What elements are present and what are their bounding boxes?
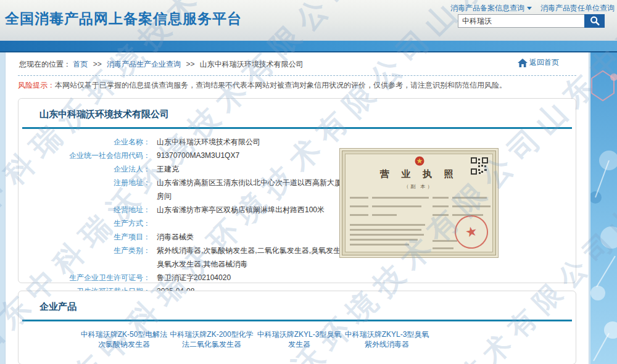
field-value: 王建克 <box>157 162 179 176</box>
field-value: 山东省潍坊高新区玉清东街以北中心次干道以西高新大厦502房间 <box>157 176 362 203</box>
field-value: 紫外线消毒器,次氯酸钠发生器,二氧化氯发生器,臭氧发生器、臭氧水发生器,其他器械… <box>157 244 362 271</box>
risk-notice-label: 风险提示： <box>18 81 55 89</box>
field-label: 经营地址： <box>19 203 151 217</box>
molecule-decoration <box>590 52 617 364</box>
breadcrumb: 您现在的位置： 首页 >> 消毒产品生产企业查询 >> 山东中科瑞沃环境技术有限… <box>18 52 576 76</box>
search-input[interactable] <box>458 14 584 28</box>
breadcrumb-enterprise-query-link[interactable]: 消毒产品生产企业查询 <box>107 60 181 68</box>
search-bar <box>458 14 605 28</box>
nav-link-responsible-unit-query[interactable]: 消毒产品责任单位查询 <box>540 3 615 14</box>
field-value: 91370700MA3M3U1QX7 <box>157 149 239 162</box>
field-row: 企业名称： 山东中科瑞沃环境技术有限公司 <box>19 135 576 149</box>
main-container: 您现在的位置： 首页 >> 消毒产品生产企业查询 >> 山东中科瑞沃环境技术有限… <box>5 52 589 364</box>
field-label: 生产类别： <box>19 244 151 271</box>
top-nav-links: 消毒产品备案信息查询 消毒产品责任单位查询 <box>450 3 615 14</box>
back-home-link[interactable]: 返回首页 <box>518 57 559 68</box>
company-name-title: 山东中科瑞沃环境技术有限公司 <box>19 99 576 120</box>
national-emblem-icon <box>415 156 424 167</box>
breadcrumb-prefix: 您现在的位置： <box>19 60 71 68</box>
navbar <box>0 41 617 52</box>
field-label: 注册地址： <box>19 176 151 203</box>
license-subtitle: （副 本） <box>340 183 498 190</box>
field-label: 生产项目： <box>19 230 151 244</box>
field-value: 山东省潍坊市寒亭区双杨店镇阚淋埠出村路西100米 <box>157 203 325 217</box>
seal-star: ★ <box>464 223 479 241</box>
search-icon <box>589 15 600 27</box>
back-home-label: 返回首页 <box>529 57 559 68</box>
field-label: 企业名称： <box>19 135 151 149</box>
qr-code-icon <box>471 157 488 175</box>
product-link[interactable]: 中科瑞沃牌ZK-50型电解法次氯酸钠发生器 <box>80 329 168 349</box>
field-label: 生产方式： <box>19 217 151 230</box>
products-card: 企业产品 中科瑞沃牌ZK-50型电解法次氯酸钠发生器 中科瑞沃牌ZK-200型化… <box>18 291 576 364</box>
products-title: 企业产品 <box>19 291 576 313</box>
product-link[interactable]: 中科瑞沃牌ZKYL-3型臭氧发生器 <box>255 329 343 349</box>
site-title: 全国消毒产品网上备案信息服务平台 <box>5 9 242 28</box>
field-value: 消毒器械类 <box>157 230 194 244</box>
top-banner: 全国消毒产品网上备案信息服务平台 消毒产品备案信息查询 消毒产品责任单位查询 <box>0 0 617 41</box>
field-label: 生产企业卫生许可证号： <box>19 271 151 284</box>
risk-notice-text: 本网站仅基于已掌握的信息提供查询服务，查询结果不代表本网站对被查询对象信用状况的… <box>55 81 507 89</box>
nav-link-record-info-query[interactable]: 消毒产品备案信息查询 <box>450 3 524 14</box>
field-label: 企业法人： <box>19 162 151 176</box>
search-button[interactable] <box>584 14 605 28</box>
field-row: 生产企业卫生许可证号： 鲁卫消证字202104020 <box>19 271 576 284</box>
company-info-card: 山东中科瑞沃环境技术有限公司 企业名称： 山东中科瑞沃环境技术有限公司 企业统一… <box>18 98 576 283</box>
breadcrumb-home-link[interactable]: 首页 <box>73 60 88 68</box>
field-value: 鲁卫消证字202104020 <box>157 271 231 284</box>
breadcrumb-current-page: 山东中科瑞沃环境技术有限公司 <box>200 60 304 68</box>
breadcrumb-separator: >> <box>186 60 194 68</box>
field-label: 企业统一社会信用代码： <box>19 149 151 162</box>
business-license-image[interactable]: 营 业 执 照 （副 本） <box>339 148 499 258</box>
chevron-down-icon <box>527 7 532 10</box>
product-list: 中科瑞沃牌ZK-50型电解法次氯酸钠发生器 中科瑞沃牌ZK-200型化学法二氧化… <box>19 321 576 349</box>
risk-notice: 风险提示：本网站仅基于已掌握的信息提供查询服务，查询结果不代表本网站对被查询对象… <box>18 80 576 91</box>
product-link[interactable]: 中科瑞沃牌ZKYL-3型臭氧紫外线消毒器 <box>343 329 431 349</box>
field-value: 山东中科瑞沃环境技术有限公司 <box>157 135 260 149</box>
product-link[interactable]: 中科瑞沃牌ZK-200型化学法二氧化氯发生器 <box>168 329 255 349</box>
breadcrumb-separator: >> <box>93 60 102 68</box>
official-seal-icon: ★ <box>452 212 491 252</box>
home-icon <box>518 59 528 67</box>
